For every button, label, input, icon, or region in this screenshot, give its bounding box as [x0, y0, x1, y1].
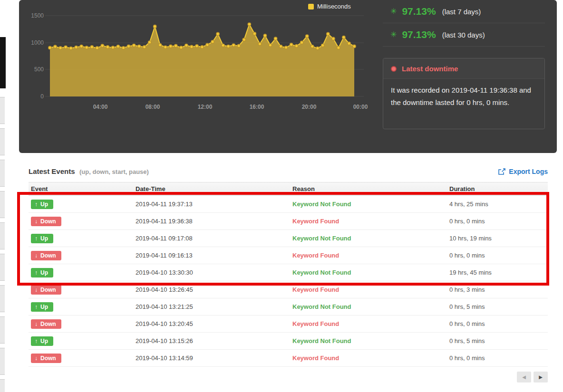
event-datetime: 2019-04-10 13:15:26 [133, 333, 290, 350]
table-row: ↓ Down 2019-04-10 13:26:45 Keyword Found… [29, 281, 548, 298]
event-reason: Keyword Not Found [290, 333, 447, 350]
y-axis-label: 1500 [31, 12, 44, 19]
column-header-datetime: Date-Time [133, 182, 290, 196]
event-arrow-icon: ↓ [35, 321, 38, 327]
y-axis-label: 1000 [31, 39, 44, 46]
y-axis-label: 0 [40, 93, 44, 100]
event-datetime: 2019-04-10 13:20:45 [133, 316, 290, 333]
chart-series [49, 23, 356, 96]
event-badge: ↑ Up [31, 336, 53, 346]
event-badge: ↑ Up [31, 234, 53, 243]
x-axis-label: 08:00 [146, 104, 160, 110]
event-datetime: 2019-04-11 19:36:38 [133, 213, 290, 230]
uptime-burst-icon: ✳ [390, 8, 397, 15]
monitor-list-edge [0, 97, 5, 392]
pagination: ◀ ▶ [29, 372, 548, 382]
events-table-body: ↑ Up 2019-04-11 19:37:13 Keyword Not Fou… [29, 196, 548, 367]
event-badge-label: Down [40, 321, 56, 327]
event-reason: Keyword Found [290, 247, 447, 264]
event-badge: ↑ Up [31, 268, 53, 277]
uptime-7d-label: (last 7 days) [442, 8, 481, 16]
table-row: ↑ Up 2019-04-10 13:15:26 Keyword Not Fou… [29, 333, 548, 350]
uptime-stats: ✳ 97.13% (last 7 days) ✳ 97.13% (last 30… [383, 0, 545, 47]
y-axis-labels: 1500 1000 500 0 [31, 12, 44, 100]
event-badge-label: Up [40, 304, 48, 310]
event-arrow-icon: ↑ [35, 338, 38, 344]
event-duration: 19 hrs, 45 mins [447, 264, 548, 281]
uptime-30d-row: ✳ 97.13% (last 30 days) [383, 23, 545, 47]
event-duration: 10 hrs, 19 mins [447, 230, 548, 247]
event-badge: ↓ Down [31, 354, 61, 363]
event-arrow-icon: ↑ [35, 236, 38, 241]
event-reason: Keyword Not Found [290, 230, 447, 247]
next-page-button[interactable]: ▶ [534, 372, 548, 382]
event-badge-label: Down [40, 355, 56, 361]
event-reason: Keyword Found [290, 213, 447, 230]
event-datetime: 2019-04-11 19:37:13 [133, 196, 290, 213]
column-header-event: Event [29, 182, 133, 196]
x-axis-label: 04:00 [93, 104, 108, 110]
uptime-7d-value: 97.13% [402, 6, 436, 17]
legend-swatch-icon [308, 4, 314, 10]
event-arrow-icon: ↑ [35, 201, 38, 207]
event-datetime: 2019-04-10 13:14:59 [133, 350, 290, 367]
x-axis-label: 16:00 [250, 104, 264, 110]
uptime-30d-label: (last 30 days) [442, 31, 485, 39]
event-reason: Keyword Found [290, 350, 447, 367]
uptime-7d-row: ✳ 97.13% (last 7 days) [383, 0, 545, 23]
events-table: Event Date-Time Reason Duration ↑ Up 201… [29, 182, 548, 367]
uptime-30d-value: 97.13% [402, 29, 436, 40]
downtime-text: It was recorded on 2019-04-11 19:36:38 a… [383, 79, 544, 114]
events-title-group: Latest Events (up, down, start, pause) [29, 167, 149, 176]
prev-page-button[interactable]: ◀ [517, 372, 531, 382]
event-arrow-icon: ↑ [35, 270, 38, 276]
x-axis-label: 12:00 [198, 104, 213, 110]
x-axis-label: 00:00 [353, 104, 368, 110]
event-arrow-icon: ↑ [35, 304, 38, 310]
event-badge-label: Up [40, 201, 48, 207]
chart-legend[interactable]: Milliseconds [308, 3, 351, 10]
event-arrow-icon: ↓ [35, 355, 38, 361]
sidebar-dark-edge [0, 37, 6, 88]
event-reason: Keyword Not Found [290, 298, 447, 316]
table-header-row: Event Date-Time Reason Duration [29, 182, 548, 196]
event-datetime: 2019-04-10 13:21:25 [133, 298, 290, 316]
x-axis-labels: 04:00 08:00 12:00 16:00 20:00 00:00 [93, 104, 368, 110]
event-duration: 0 hrs, 5 mins [447, 298, 548, 316]
event-datetime: 2019-04-10 13:30:30 [133, 264, 290, 281]
event-badge-label: Down [40, 287, 56, 293]
table-row: ↑ Up 2019-04-10 13:21:25 Keyword Not Fou… [29, 298, 548, 316]
event-badge-label: Down [40, 253, 56, 258]
table-row: ↑ Up 2019-04-11 09:17:08 Keyword Not Fou… [29, 230, 548, 247]
event-duration: 0 hrs, 0 mins [447, 213, 548, 230]
event-arrow-icon: ↓ [35, 253, 38, 258]
event-badge-label: Up [40, 338, 48, 344]
latest-downtime-card: Latest downtime It was recorded on 2019-… [383, 58, 545, 129]
column-header-duration: Duration [447, 182, 548, 196]
event-reason: Keyword Found [290, 316, 447, 333]
event-duration: 0 hrs, 0 mins [447, 247, 548, 264]
event-badge: ↓ Down [31, 251, 61, 260]
event-badge: ↓ Down [31, 285, 61, 295]
event-badge: ↓ Down [31, 319, 61, 329]
uptime-burst-icon: ✳ [390, 31, 397, 38]
table-row: ↓ Down 2019-04-10 13:20:45 Keyword Found… [29, 316, 548, 333]
export-icon [498, 168, 505, 175]
event-reason: Keyword Not Found [290, 196, 447, 213]
event-arrow-icon: ↓ [35, 219, 38, 224]
latest-events-section: Latest Events (up, down, start, pause) E… [29, 167, 548, 382]
event-datetime: 2019-04-11 09:17:08 [133, 230, 290, 247]
export-logs-link[interactable]: Export Logs [498, 168, 548, 175]
event-duration: 0 hrs, 0 mins [447, 350, 548, 367]
downtime-dot-icon [391, 66, 397, 72]
events-header: Latest Events (up, down, start, pause) E… [29, 167, 548, 176]
event-arrow-icon: ↓ [35, 287, 38, 293]
column-header-reason: Reason [290, 182, 447, 196]
event-badge: ↑ Up [31, 200, 53, 209]
event-datetime: 2019-04-11 09:16:13 [133, 247, 290, 264]
event-datetime: 2019-04-10 13:26:45 [133, 281, 290, 298]
monitor-detail-panel: 1500 1000 500 0 04:00 08:00 12:00 16:00 … [19, 0, 557, 153]
y-axis-label: 500 [34, 66, 44, 73]
event-duration: 0 hrs, 5 mins [447, 333, 548, 350]
downtime-title: Latest downtime [402, 65, 458, 73]
